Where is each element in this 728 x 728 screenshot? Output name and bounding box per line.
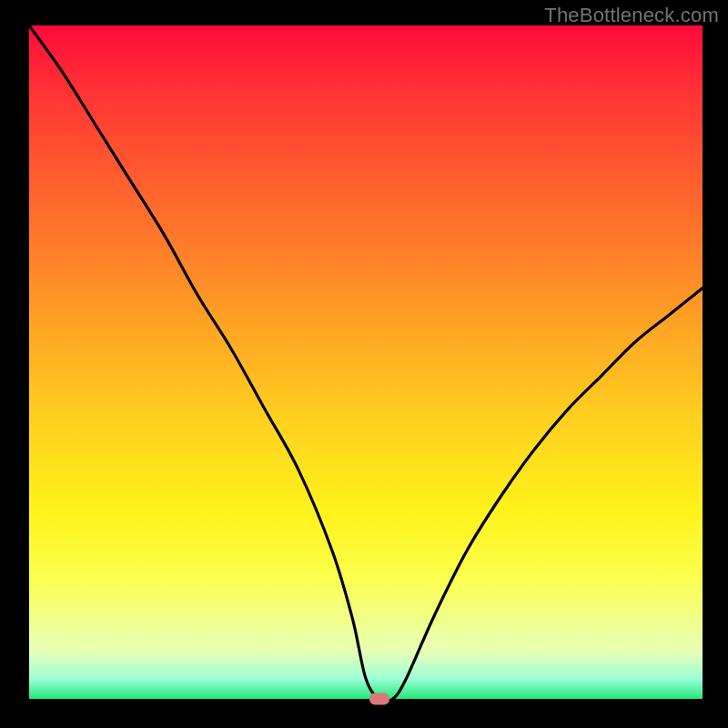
chart-frame: TheBottleneck.com — [0, 0, 728, 728]
plot-area — [29, 25, 703, 699]
bottleneck-curve — [29, 25, 703, 699]
watermark-text: TheBottleneck.com — [544, 4, 719, 27]
optimal-point-marker — [369, 693, 389, 705]
